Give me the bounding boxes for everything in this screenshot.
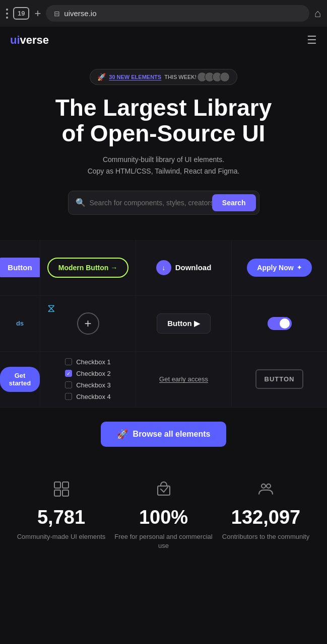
apply-now-label: Apply Now — [257, 264, 293, 272]
component-cell-3-4: BUTTON — [232, 352, 327, 407]
hero-subtitle-line1: Community-built library of UI elements. — [103, 155, 224, 164]
hero-subtitle-line2: Copy as HTML/CSS, Tailwind, React and Fi… — [88, 167, 240, 175]
new-elements-badge[interactable]: 🚀 30 NEW ELEMENTS THIS WEEK! — [90, 69, 237, 85]
avatar-group — [200, 72, 230, 82]
stat-contributors-number: 132,097 — [215, 507, 317, 528]
badge-rocket-icon: 🚀 — [97, 73, 106, 81]
tab-count-badge[interactable]: 19 — [13, 7, 29, 20]
checkbox-item-4[interactable]: Checkbox 4 — [65, 393, 111, 400]
tailwind-icon: ⧖ — [47, 302, 55, 315]
browse-section: 🚀 Browse all elements — [0, 408, 327, 461]
button-circle-add[interactable]: + — [77, 312, 99, 335]
component-cell-1-4: Apply Now ✦ — [232, 240, 327, 295]
checkbox-item-1[interactable]: Checkbox 1 — [65, 358, 111, 366]
badge-count: 30 NEW ELEMENTS — [109, 74, 161, 80]
stat-elements: 5,781 Community-made UI elements — [10, 481, 112, 541]
stat-free-icon — [112, 481, 215, 501]
button-apply-now[interactable]: Apply Now ✦ — [247, 259, 311, 277]
component-cell-2-2: ⧖ + — [40, 296, 136, 351]
avatar-4 — [220, 72, 230, 82]
hero-title-line2: of Open-Source UI — [62, 120, 266, 146]
stat-free-number: 100% — [112, 507, 215, 528]
site-header: uiverse ☰ — [0, 27, 327, 54]
component-grid: Button Modern Button → ↓ Download Apply … — [0, 240, 327, 408]
component-row-3: Get started Checkbox 1 ✓ Checkbox 2 Chec… — [0, 352, 327, 408]
stat-elements-icon — [10, 481, 112, 501]
new-tab-button[interactable]: + — [34, 8, 41, 19]
hero-section: 🚀 30 NEW ELEMENTS THIS WEEK! The Largest… — [0, 54, 327, 240]
stats-section: 5,781 Community-made UI elements 100% Fr… — [0, 461, 327, 576]
checkbox-box-3[interactable] — [65, 381, 72, 388]
stat-free: 100% Free for personal and commercial us… — [112, 481, 215, 550]
checkbox-label-4: Checkbox 4 — [76, 393, 111, 400]
component-cell-2-1: ds — [0, 296, 40, 351]
svg-rect-3 — [62, 490, 69, 496]
browse-rocket-icon: 🚀 — [117, 429, 128, 440]
toggle-switch[interactable] — [268, 317, 292, 330]
site-logo[interactable]: uiverse — [10, 34, 49, 47]
browse-button-label: Browse all elements — [133, 430, 211, 439]
download-icon-circle: ↓ — [156, 260, 171, 275]
hamburger-menu[interactable]: ☰ — [307, 34, 317, 47]
checkbox-box-2[interactable]: ✓ — [65, 370, 72, 377]
button-early-access[interactable]: Get early access — [159, 375, 208, 383]
component-cell-2-3: Button ▶ — [136, 296, 232, 351]
stat-contributors: 132,097 Contributors to the community — [215, 481, 317, 541]
hero-title-line1: The Largest Library — [55, 95, 272, 121]
toggle-knob — [280, 318, 290, 329]
svg-rect-0 — [54, 482, 60, 488]
checkbox-item-3[interactable]: Checkbox 3 — [65, 381, 111, 389]
component-cell-3-3: Get early access — [136, 352, 232, 407]
component-cell-2-4 — [232, 296, 327, 351]
hero-title: The Largest Library of Open-Source UI — [10, 95, 317, 146]
svg-point-5 — [261, 484, 266, 488]
logo-verse: verse — [20, 34, 49, 46]
checkbox-item-2[interactable]: ✓ Checkbox 2 — [65, 370, 111, 377]
component-cell-1-1: Button — [0, 240, 40, 295]
svg-rect-1 — [62, 482, 69, 488]
search-bar: 🔍 Search — [68, 191, 259, 215]
button-download[interactable]: ↓ Download — [147, 255, 221, 280]
home-button[interactable]: ⌂ — [314, 7, 321, 20]
address-icon: ⊟ — [54, 10, 60, 18]
hero-subtitle: Community-built library of UI elements. … — [10, 154, 317, 177]
apply-star-icon: ✦ — [297, 264, 302, 271]
checkbox-label-2: Checkbox 2 — [76, 370, 111, 377]
stat-free-label: Free for personal and commercial use — [112, 532, 215, 550]
component-cell-1-3: ↓ Download — [136, 240, 232, 295]
component-cell-3-2: Checkbox 1 ✓ Checkbox 2 Checkbox 3 Check… — [40, 352, 136, 407]
badge-this-week: THIS WEEK! — [164, 74, 197, 80]
button-modern[interactable]: Modern Button → — [47, 258, 128, 278]
search-input[interactable] — [90, 199, 212, 207]
url-display: uiverse.io — [64, 9, 301, 18]
checkbox-label-1: Checkbox 1 — [76, 358, 111, 366]
button-icon-arrow-label: Button ▶ — [167, 319, 200, 328]
checkbox-list: Checkbox 1 ✓ Checkbox 2 Checkbox 3 Check… — [60, 353, 116, 406]
checkbox-label-3: Checkbox 3 — [76, 381, 111, 389]
button-icon-arrow[interactable]: Button ▶ — [157, 313, 210, 334]
stat-contributors-label: Contributors to the community — [215, 532, 317, 541]
component-cell-3-1: Get started — [0, 352, 40, 407]
checkbox-box-4[interactable] — [65, 393, 72, 400]
checkbox-box-1[interactable] — [65, 358, 72, 365]
address-bar[interactable]: ⊟ uiverse.io — [46, 5, 309, 22]
component-row-1: Button Modern Button → ↓ Download Apply … — [0, 240, 327, 296]
button-download-label: Download — [175, 263, 212, 272]
component-cell-1-2: Modern Button → — [40, 240, 136, 295]
svg-point-6 — [267, 484, 271, 488]
component-row-2: ds ⧖ + Button ▶ — [0, 296, 327, 352]
browse-all-button[interactable]: 🚀 Browse all elements — [101, 422, 227, 447]
browser-menu-dots[interactable] — [6, 9, 8, 19]
stat-contributors-icon — [215, 481, 317, 501]
browser-chrome: 19 + ⊟ uiverse.io ⌂ — [0, 0, 327, 27]
stat-elements-label: Community-made UI elements — [10, 532, 112, 541]
partial-label: ds — [16, 319, 24, 327]
button-get-started[interactable]: Get started — [0, 367, 40, 392]
button-simple[interactable]: Button — [0, 258, 40, 277]
search-button[interactable]: Search — [212, 194, 256, 211]
logo-ui: ui — [10, 34, 20, 46]
stat-elements-number: 5,781 — [10, 507, 112, 528]
button-outline-caps[interactable]: BUTTON — [255, 369, 304, 389]
search-icon: 🔍 — [76, 198, 86, 207]
svg-rect-2 — [54, 490, 60, 496]
